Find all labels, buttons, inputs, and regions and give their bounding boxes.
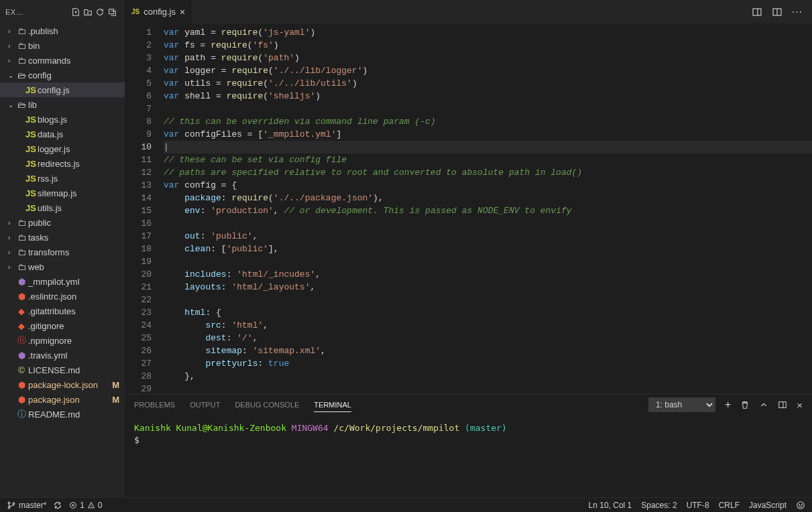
tree-item-label: README.md — [28, 409, 125, 420]
code-content[interactable]: var yaml = require('js-yaml')var fs = re… — [164, 24, 812, 393]
tree-item-label: LICENSE.md — [28, 365, 125, 375]
tree-item-label: package.json — [28, 395, 112, 405]
close-panel-icon[interactable]: × — [797, 399, 803, 411]
tree-item-transforms[interactable]: ›🗀transforms — [0, 245, 125, 259]
close-icon[interactable]: × — [180, 7, 185, 17]
tree-item--mmpilot-yml[interactable]: ⬢_mmpilot.yml — [0, 274, 125, 289]
encoding-status[interactable]: UTF-8 — [687, 501, 709, 510]
indent-status[interactable]: Spaces: 2 — [641, 501, 677, 510]
svg-rect-0 — [109, 9, 114, 13]
svg-point-8 — [797, 501, 805, 509]
eol-status[interactable]: CRLF — [719, 501, 740, 510]
problems-status[interactable]: 1 0 — [69, 501, 102, 510]
tab-config-js[interactable]: JS config.js × — [125, 0, 192, 23]
tree-item--gitignore[interactable]: ◆.gitignore — [0, 318, 125, 333]
explorer-header: EX… — [0, 0, 125, 23]
collapse-all-icon[interactable] — [107, 7, 119, 17]
tree-item-readme-md[interactable]: ⓘREADME.md — [0, 407, 125, 422]
panel-tab-problems[interactable]: PROBLEMS — [134, 401, 175, 409]
editor-tabs: JS config.js × ··· — [125, 0, 812, 23]
terminal-path: /c/Work/projects/mmpilot — [333, 423, 459, 433]
tree-item-tasks[interactable]: ›🗀tasks — [0, 230, 125, 245]
tree-item-label: _mmpilot.yml — [28, 277, 125, 287]
chevron-icon: ⌄ — [8, 72, 15, 79]
tree-item-public[interactable]: ›🗀public — [0, 215, 125, 230]
explorer-sidebar: EX… ›🗀.publish›🗀bin›🗀commands⌄🗁configJSc… — [0, 0, 125, 497]
tree-item-logger-js[interactable]: JSlogger.js — [0, 141, 125, 156]
tree-item-label: package-lock.json — [28, 380, 112, 390]
tree-item-config[interactable]: ⌄🗁config — [0, 68, 125, 82]
tree-item-web[interactable]: ›🗀web — [0, 259, 125, 274]
tree-item--npmignore[interactable]: ⓝ.npmignore — [0, 333, 125, 348]
panel-layout-icon[interactable] — [778, 400, 787, 409]
tree-item--gitattributes[interactable]: ◆.gitattributes — [0, 304, 125, 318]
svg-rect-1 — [753, 9, 761, 15]
panel-tab-debug[interactable]: DEBUG CONSOLE — [235, 401, 299, 409]
tree-item-label: logger.js — [38, 144, 125, 154]
status-bar: master* 1 0 Ln 10, Col 1 Spaces: 2 UTF-8… — [0, 497, 812, 512]
tree-item-bin[interactable]: ›🗀bin — [0, 38, 125, 53]
tree-item--travis-yml[interactable]: ⬢.travis.yml — [0, 348, 125, 363]
svg-point-6 — [13, 503, 15, 505]
kill-terminal-icon[interactable] — [740, 400, 750, 409]
svg-rect-3 — [779, 402, 787, 408]
modified-badge: M — [112, 380, 119, 390]
tree-item-commands[interactable]: ›🗀commands — [0, 53, 125, 68]
feedback-icon[interactable] — [796, 501, 805, 510]
language-status[interactable]: JavaScript — [749, 501, 787, 510]
tree-item-utils-js[interactable]: JSutils.js — [0, 200, 125, 215]
tree-item-label: redirects.js — [38, 159, 125, 169]
tree-item-label: bin — [28, 41, 125, 51]
panel-tab-output[interactable]: OUTPUT — [190, 401, 220, 409]
panel-tabs: PROBLEMS OUTPUT DEBUG CONSOLE TERMINAL 1… — [125, 394, 812, 415]
terminal[interactable]: Kanishk Kunal@Kanishk-Zenbook MINGW64 /c… — [125, 415, 812, 497]
tab-label: config.js — [143, 7, 176, 17]
sync-status[interactable] — [53, 501, 62, 510]
tree-item-label: data.js — [38, 129, 125, 139]
tree-item-config-js[interactable]: JSconfig.js — [0, 82, 125, 97]
tree-item-label: transforms — [28, 247, 125, 257]
editor-area: JS config.js × ··· 12345678910111 — [125, 0, 812, 497]
tree-item-redirects-js[interactable]: JSredirects.js — [0, 156, 125, 171]
maximize-panel-icon[interactable] — [759, 400, 768, 409]
tree-item-label: .publish — [28, 26, 125, 36]
code-editor[interactable]: 1234567891011121314151617181920212223242… — [125, 24, 812, 393]
more-icon[interactable]: ··· — [792, 6, 803, 18]
chevron-icon: › — [8, 249, 15, 256]
tree-item--publish[interactable]: ›🗀.publish — [0, 23, 125, 38]
js-icon: JS — [131, 8, 139, 15]
terminal-branch: (master) — [465, 423, 507, 433]
terminal-host: MINGW64 — [292, 423, 329, 433]
tree-item--eslintrc-json[interactable]: ⬢.eslintrc.json — [0, 289, 125, 304]
new-file-icon[interactable] — [71, 7, 83, 17]
tree-item-label: config — [28, 70, 125, 80]
layout-icon[interactable] — [772, 7, 782, 17]
refresh-icon[interactable] — [95, 7, 107, 17]
tree-item-label: sitemap.js — [38, 188, 125, 198]
new-folder-icon[interactable] — [83, 7, 95, 17]
explorer-title: EX… — [5, 8, 71, 16]
tree-item-package-lock-json[interactable]: ⬢package-lock.jsonM — [0, 377, 125, 392]
terminal-select[interactable]: 1: bash — [648, 397, 715, 412]
tree-item-label: rss.js — [38, 174, 125, 184]
tree-item-lib[interactable]: ⌄🗁lib — [0, 97, 125, 112]
cursor-position[interactable]: Ln 10, Col 1 — [589, 501, 632, 510]
chevron-icon: › — [8, 57, 15, 64]
tree-item-label: .gitattributes — [28, 306, 125, 316]
tree-item-sitemap-js[interactable]: JSsitemap.js — [0, 186, 125, 200]
new-terminal-icon[interactable]: + — [725, 399, 731, 411]
tree-item-blogs-js[interactable]: JSblogs.js — [0, 112, 125, 127]
file-tree[interactable]: ›🗀.publish›🗀bin›🗀commands⌄🗁configJSconfi… — [0, 23, 125, 497]
tree-item-label: public — [28, 218, 125, 228]
git-branch-status[interactable]: master* — [7, 501, 46, 510]
tree-item-rss-js[interactable]: JSrss.js — [0, 171, 125, 186]
tree-item-package-json[interactable]: ⬢package.jsonM — [0, 392, 125, 407]
chevron-icon: › — [8, 42, 15, 50]
split-editor-icon[interactable] — [752, 7, 762, 17]
svg-point-4 — [8, 502, 10, 504]
tree-item-label: utils.js — [38, 203, 125, 213]
tree-item-license-md[interactable]: ©LICENSE.md — [0, 363, 125, 377]
panel-tab-terminal[interactable]: TERMINAL — [314, 401, 351, 412]
chevron-icon: › — [8, 263, 15, 271]
tree-item-data-js[interactable]: JSdata.js — [0, 127, 125, 141]
